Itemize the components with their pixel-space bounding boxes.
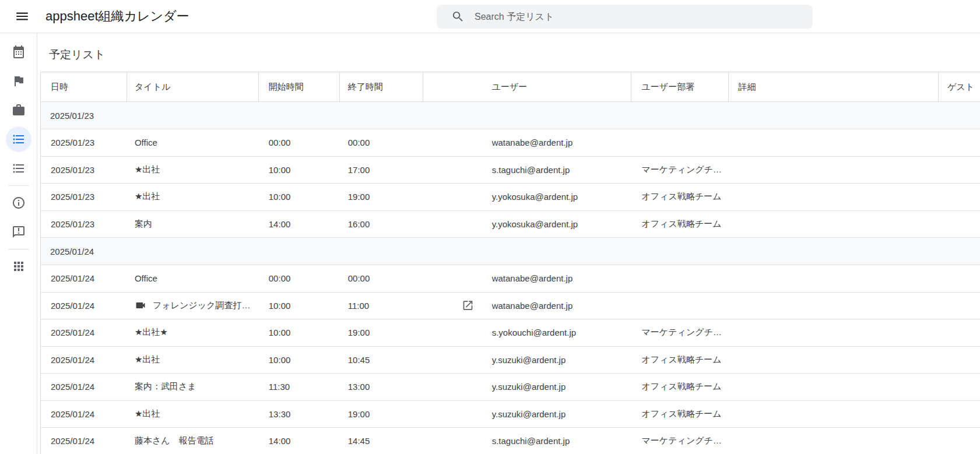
column-header-start[interactable]: 開始時間 bbox=[259, 72, 340, 101]
hamburger-icon bbox=[15, 9, 30, 24]
search-input[interactable] bbox=[475, 12, 803, 22]
cell-user: watanabe@ardent.jp bbox=[423, 129, 632, 156]
cell-title: ★出社★ bbox=[127, 319, 259, 346]
cell-detail bbox=[729, 319, 939, 346]
menu-button[interactable] bbox=[9, 3, 35, 29]
sidebar-item-list-2[interactable] bbox=[1, 154, 37, 183]
cell-end-time: 14:45 bbox=[340, 428, 423, 454]
calendar-icon bbox=[12, 45, 26, 59]
group-header-row: 2025/01/24 bbox=[41, 238, 980, 265]
column-header-end[interactable]: 終了時間 bbox=[340, 72, 423, 101]
sidebar bbox=[0, 33, 37, 454]
cell-user: y.suzuki@ardent.jp bbox=[423, 401, 632, 428]
cell-title: ★出社 bbox=[127, 347, 259, 374]
briefcase-icon bbox=[12, 103, 26, 117]
cell-date: 2025/01/23 bbox=[41, 184, 127, 210]
table-body: 2025/01/23 2025/01/23 Office 00:00 00:00… bbox=[41, 102, 980, 454]
table-row[interactable]: 2025/01/23 案内 14:00 16:00 y.yokosuka@ard… bbox=[41, 211, 980, 238]
feedback-icon bbox=[12, 225, 26, 239]
cell-title: 藤本さん 報告電話 bbox=[127, 428, 259, 454]
cell-detail bbox=[729, 265, 939, 292]
cell-end-time: 00:00 bbox=[340, 129, 423, 156]
cell-department bbox=[631, 293, 729, 319]
cell-department: オフィス戦略チーム bbox=[631, 211, 729, 238]
search-bar[interactable] bbox=[437, 5, 813, 29]
sidebar-item-schedule-list[interactable] bbox=[1, 125, 37, 154]
table-header-row: 日時 タイトル 開始時間 終了時間 ユーザー ユーザー部署 詳細 ゲスト bbox=[41, 72, 980, 102]
table-row[interactable]: 2025/01/23 Office 00:00 00:00 watanabe@a… bbox=[41, 129, 980, 157]
cell-date: 2025/01/23 bbox=[41, 129, 127, 156]
column-header-user[interactable]: ユーザー bbox=[423, 72, 632, 101]
column-header-dept[interactable]: ユーザー部署 bbox=[631, 72, 729, 101]
cell-guest bbox=[939, 401, 980, 428]
table-row[interactable]: 2025/01/23 ★出社 10:00 17:00 s.taguchi@ard… bbox=[41, 157, 980, 184]
cell-title: ★出社 bbox=[127, 157, 259, 184]
cell-title: ★出社 bbox=[127, 401, 259, 428]
cell-department bbox=[631, 265, 729, 292]
cell-user: watanabe@ardent.jp bbox=[423, 265, 632, 292]
sidebar-item-flag[interactable] bbox=[1, 66, 37, 96]
cell-date: 2025/01/23 bbox=[41, 157, 127, 184]
sidebar-item-info[interactable] bbox=[1, 188, 37, 217]
cell-title: フォレンジック調査打… bbox=[127, 293, 259, 319]
cell-start-time: 00:00 bbox=[259, 129, 340, 156]
cell-title: 案内 bbox=[127, 211, 259, 238]
cell-guest bbox=[939, 211, 980, 238]
cell-detail bbox=[729, 347, 939, 374]
cell-department: マーケティングチ… bbox=[631, 319, 729, 346]
cell-guest bbox=[939, 293, 980, 319]
table-row[interactable]: 2025/01/24 フォレンジック調査打… 10:00 11:00 watan… bbox=[41, 293, 980, 320]
list-icon bbox=[12, 161, 26, 175]
cell-detail bbox=[729, 184, 939, 210]
column-header-guest[interactable]: ゲスト bbox=[939, 72, 980, 101]
app-title: appsheet組織カレンダー bbox=[45, 8, 189, 25]
cell-start-time: 10:00 bbox=[259, 347, 340, 374]
sidebar-item-feedback[interactable] bbox=[1, 217, 37, 247]
cell-date: 2025/01/24 bbox=[41, 319, 127, 346]
cell-end-time: 13:00 bbox=[340, 374, 423, 400]
cell-department: オフィス戦略チーム bbox=[631, 401, 729, 428]
cell-guest bbox=[939, 184, 980, 210]
cell-title: Office bbox=[127, 129, 259, 156]
cell-user: y.yokosuka@ardent.jp bbox=[423, 184, 632, 210]
cell-user: y.suzuki@ardent.jp bbox=[423, 374, 632, 400]
cell-guest bbox=[939, 319, 980, 346]
table-row[interactable]: 2025/01/24 Office 00:00 00:00 watanabe@a… bbox=[41, 265, 980, 293]
column-header-detail[interactable]: 詳細 bbox=[729, 72, 939, 101]
table-row[interactable]: 2025/01/23 ★出社 10:00 19:00 y.yokosuka@ar… bbox=[41, 184, 980, 211]
table-row[interactable]: 2025/01/24 ★出社★ 10:00 19:00 s.yokouchi@a… bbox=[41, 319, 980, 347]
cell-user: y.yokosuka@ardent.jp bbox=[423, 211, 632, 238]
cell-start-time: 11:30 bbox=[259, 374, 340, 400]
column-header-date[interactable]: 日時 bbox=[41, 72, 127, 101]
cell-detail bbox=[729, 157, 939, 184]
sidebar-item-briefcase[interactable] bbox=[1, 96, 37, 125]
cell-department: オフィス戦略チーム bbox=[631, 347, 729, 374]
table-row[interactable]: 2025/01/24 案内：武田さま 11:30 13:00 y.suzuki@… bbox=[41, 374, 980, 401]
sidebar-item-apps[interactable] bbox=[1, 252, 37, 281]
cell-end-time: 00:00 bbox=[340, 265, 423, 292]
schedule-table: 日時 タイトル 開始時間 終了時間 ユーザー ユーザー部署 詳細 ゲスト 202… bbox=[40, 72, 980, 454]
videocam-icon bbox=[135, 300, 146, 311]
search-icon bbox=[451, 10, 465, 23]
group-date: 2025/01/23 bbox=[50, 111, 94, 121]
cell-date: 2025/01/24 bbox=[41, 401, 127, 428]
cell-end-time: 11:00 bbox=[340, 293, 423, 319]
cell-end-time: 19:00 bbox=[340, 184, 423, 210]
table-row[interactable]: 2025/01/24 ★出社 13:30 19:00 y.suzuki@arde… bbox=[41, 401, 980, 428]
column-header-title[interactable]: タイトル bbox=[127, 72, 259, 101]
table-row[interactable]: 2025/01/24 ★出社 10:00 10:45 y.suzuki@arde… bbox=[41, 347, 980, 374]
cell-guest bbox=[939, 347, 980, 374]
cell-date: 2025/01/24 bbox=[41, 347, 127, 374]
cell-title: 案内：武田さま bbox=[127, 374, 259, 400]
sidebar-item-calendar[interactable] bbox=[1, 37, 37, 66]
open-in-new-icon[interactable] bbox=[462, 300, 474, 312]
cell-date: 2025/01/24 bbox=[41, 293, 127, 319]
apps-grid-icon bbox=[12, 259, 26, 273]
cell-end-time: 10:45 bbox=[340, 347, 423, 374]
view-title: 予定リスト bbox=[37, 33, 980, 72]
cell-detail bbox=[729, 129, 939, 156]
cell-department: オフィス戦略チーム bbox=[631, 184, 729, 210]
table-row[interactable]: 2025/01/24 藤本さん 報告電話 14:00 14:45 s.taguc… bbox=[41, 428, 980, 454]
cell-detail bbox=[729, 293, 939, 319]
cell-detail bbox=[729, 374, 939, 400]
